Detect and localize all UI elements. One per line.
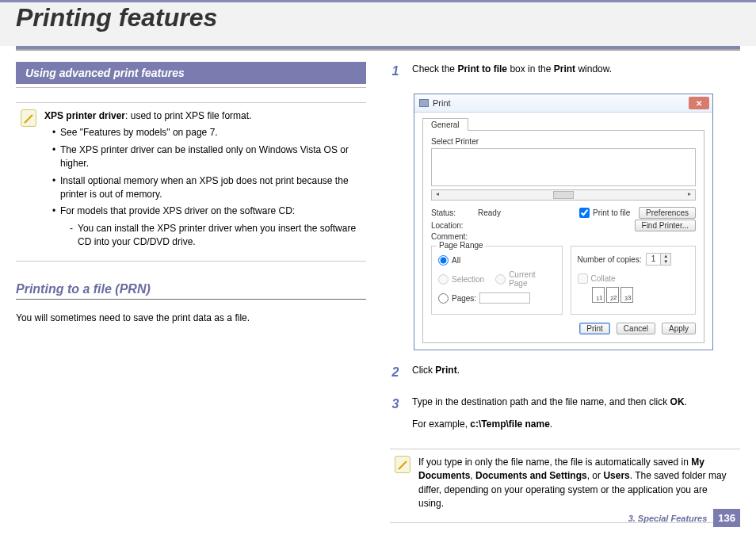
find-printer-button[interactable]: Find Printer... (635, 220, 696, 231)
status-label: Status: (431, 208, 475, 217)
step-number-3: 3 (390, 395, 401, 439)
step-number-1: 1 (390, 62, 401, 84)
select-printer-label: Select Printer (431, 137, 696, 146)
copies-stepper[interactable]: 1 ▲ ▼ (646, 253, 672, 266)
rule (16, 87, 366, 88)
note-lead-rest: : used to print XPS file format. (125, 110, 251, 121)
close-icon[interactable]: ✕ (689, 97, 709, 109)
chevron-down-icon[interactable]: ▼ (661, 259, 670, 265)
tab-general[interactable]: General (422, 118, 468, 131)
copies-value: 1 (647, 254, 661, 265)
page-title: Printing features (16, 4, 740, 32)
collate-label: Collate (591, 274, 616, 283)
step-number-2: 2 (390, 363, 401, 385)
radio-selection-label: Selection (452, 275, 484, 284)
radio-current-page[interactable] (495, 274, 506, 285)
radio-pages[interactable] (438, 293, 449, 304)
note-bullet: For models that provide XPS driver on th… (52, 204, 361, 249)
note-lead: XPS printer driver: used to print XPS fi… (44, 109, 361, 123)
dialog-title: Print (433, 98, 451, 108)
scroll-left-icon[interactable]: ◂ (432, 190, 443, 200)
step-3-text: Type in the destination path and the fil… (412, 395, 740, 409)
print-to-file-checkbox[interactable] (579, 208, 590, 218)
note-xps: XPS printer driver: used to print XPS fi… (16, 102, 366, 262)
note-sub-bullet: You can install the XPS printer driver w… (70, 222, 361, 250)
pages-input[interactable] (479, 292, 530, 304)
copies-label: Number of copies: (578, 255, 642, 264)
radio-all[interactable] (438, 255, 449, 266)
note-bullet: Install optional memory when an XPS job … (52, 174, 361, 202)
cancel-button[interactable]: Cancel (617, 323, 655, 334)
print-button[interactable]: Print (579, 323, 610, 334)
scroll-thumb[interactable] (553, 191, 574, 199)
collate-illustration: 11 22 33 (592, 287, 689, 303)
note-bullet: See "Features by models" on page 7. (52, 126, 361, 139)
print-to-file-label: Print to file (593, 208, 630, 217)
preferences-button[interactable]: Preferences (639, 207, 696, 219)
radio-selection[interactable] (438, 274, 449, 285)
note-icon (395, 456, 410, 473)
radio-pages-label: Pages: (452, 294, 476, 303)
page-range-legend: Page Range (437, 241, 486, 250)
note-lead-bold: XPS printer driver (44, 110, 125, 121)
footer-chapter: 3. Special Features (628, 514, 708, 523)
step-3-example: For example, c:\Temp\file name. (412, 417, 740, 431)
printer-list[interactable] (431, 148, 696, 186)
note-bullet-text: For models that provide XPS driver on th… (60, 205, 295, 216)
chevron-up-icon[interactable]: ▲ (661, 254, 670, 259)
scroll-right-icon[interactable]: ▸ (684, 190, 695, 200)
print-dialog: Print ✕ General Select Printer ◂ ▸ Statu… (414, 94, 713, 350)
collate-checkbox[interactable] (578, 273, 588, 284)
page-number: 136 (713, 509, 740, 527)
note2-text: If you type in only the file name, the f… (418, 456, 735, 511)
radio-all-label: All (452, 256, 460, 265)
location-label: Location: (431, 221, 475, 230)
intro-text: You will sometimes need to save the prin… (16, 311, 366, 325)
printer-icon (419, 99, 429, 107)
radio-current-page-label: Current Page (509, 270, 555, 288)
apply-button[interactable]: Apply (662, 323, 696, 334)
comment-label: Comment: (431, 232, 475, 241)
section-heading-prn: Printing to a file (PRN) (16, 282, 366, 300)
printer-list-scrollbar[interactable]: ◂ ▸ (431, 189, 696, 201)
note-bullet: The XPS printer driver can be installed … (52, 143, 361, 171)
status-value: Ready (478, 208, 576, 217)
step-2-text: Click Print. (412, 363, 740, 377)
note-icon (21, 109, 36, 127)
section-heading-advanced: Using advanced print features (16, 62, 366, 84)
step-1-text: Check the Print to file box in the Print… (412, 62, 740, 76)
